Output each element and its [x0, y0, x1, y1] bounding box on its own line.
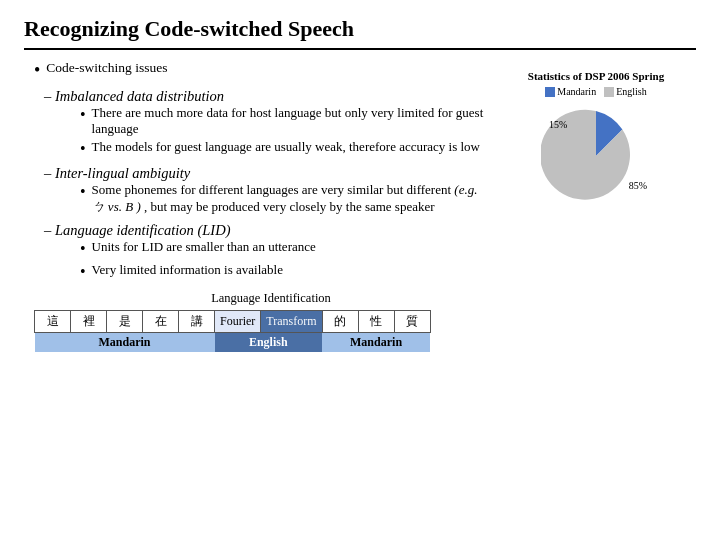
bullet-label-1: Code-switching issues	[46, 60, 167, 82]
lid-label-mandarin-1: Mandarin	[35, 332, 215, 352]
char-zhi: 質	[394, 310, 430, 332]
right-column: Statistics of DSP 2006 Spring Mandarin E…	[496, 60, 696, 524]
legend-mandarin-label: Mandarin	[557, 86, 596, 97]
pie-label-english-pct: 85%	[629, 180, 647, 191]
bullet-code-switching: • Code-switching issues	[34, 60, 488, 82]
legend-mandarin: Mandarin	[545, 86, 596, 97]
sub-bullet-3-1: • Units for LID are smaller than an utte…	[80, 239, 488, 260]
slide: Recognizing Code-switched Speech • Code-…	[0, 0, 720, 540]
bullet-dot-1: •	[34, 60, 40, 82]
slide-title: Recognizing Code-switched Speech	[24, 16, 696, 50]
char-jiang: 講	[179, 310, 215, 332]
char-shi: 是	[107, 310, 143, 332]
lid-labels-row: Mandarin English Mandarin	[35, 332, 431, 352]
legend-english-box	[604, 87, 614, 97]
lid-table: 這 裡 是 在 講 Fourier Transform 的 性 質 Mandar…	[34, 310, 431, 352]
char-li: 裡	[71, 310, 107, 332]
legend-mandarin-box	[545, 87, 555, 97]
dash-label-3: – Language identification (LID)	[44, 222, 230, 238]
stats-title: Statistics of DSP 2006 Spring	[528, 70, 664, 82]
lid-label-mandarin-2: Mandarin	[322, 332, 430, 352]
sub-bullet-1-2: • The models for guest language are usua…	[80, 139, 488, 160]
sub-bullet-1-1: • There are much more data for host lang…	[80, 105, 488, 137]
sub-text-2-1: Some phonemes for different languages ar…	[92, 182, 488, 216]
char-fourier: Fourier	[215, 310, 261, 332]
char-transform: Transform	[261, 310, 322, 332]
sub-text-1-1: There are much more data for host langua…	[92, 105, 488, 137]
sub-text-1-2: The models for guest language are usuall…	[92, 139, 480, 160]
char-zai: 在	[143, 310, 179, 332]
pie-svg	[541, 101, 651, 211]
lid-diagram: Language Identification 這 裡 是 在 講 Fourie…	[34, 291, 488, 352]
char-de: 的	[322, 310, 358, 332]
sub-text-3-1: Units for LID are smaller than an uttera…	[92, 239, 316, 260]
left-column: • Code-switching issues – Imbalanced dat…	[24, 60, 488, 524]
legend-english-label: English	[616, 86, 647, 97]
dash-lid: – Language identification (LID) • Units …	[44, 222, 488, 283]
pie-label-mandarin-pct: 15%	[549, 119, 567, 130]
dash-imbalanced: – Imbalanced data distribution • There a…	[44, 88, 488, 160]
sub-bullet-2-1: • Some phonemes for different languages …	[80, 182, 488, 216]
dash-label-1: – Imbalanced data distribution	[44, 88, 224, 104]
content-area: • Code-switching issues – Imbalanced dat…	[24, 60, 696, 524]
lid-label-english: English	[215, 332, 323, 352]
lid-chars-row: 這 裡 是 在 講 Fourier Transform 的 性 質	[35, 310, 431, 332]
pie-chart: 15% 85%	[541, 101, 651, 211]
lid-diagram-title: Language Identification	[54, 291, 488, 306]
legend-english: English	[604, 86, 647, 97]
sub-text-3-2: Very limited information is available	[92, 262, 283, 283]
dash-label-2: – Inter-lingual ambiguity	[44, 165, 190, 181]
dash-interlingual: – Inter-lingual ambiguity • Some phoneme…	[44, 165, 488, 216]
char-zhe: 這	[35, 310, 71, 332]
pie-legend: Mandarin English	[545, 86, 646, 97]
char-xing: 性	[358, 310, 394, 332]
sub-bullet-3-2: • Very limited information is available	[80, 262, 488, 283]
